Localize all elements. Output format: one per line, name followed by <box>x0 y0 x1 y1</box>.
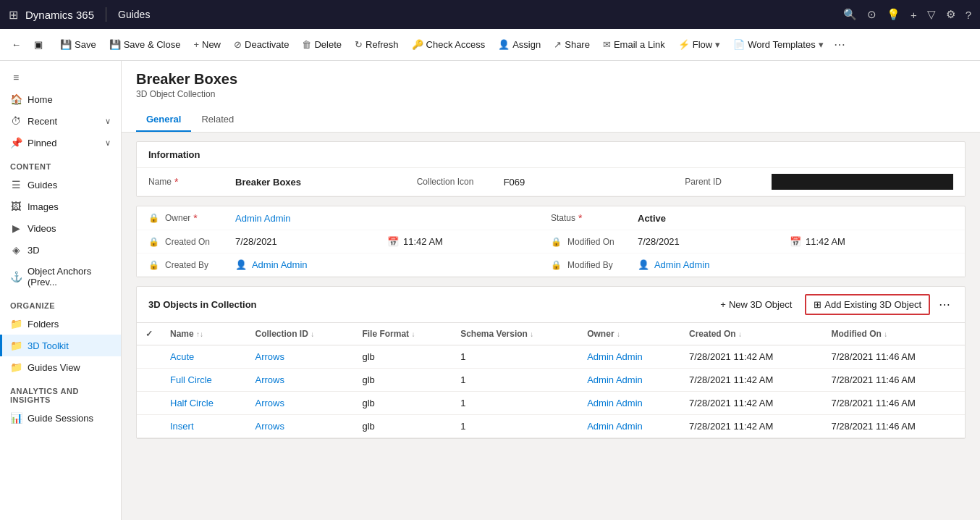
system-fields-section: 🔒 Owner * Admin Admin Status * Active <box>136 206 966 277</box>
owner-value[interactable]: Admin Admin <box>235 213 551 224</box>
sidebar-hamburger[interactable]: ≡ <box>0 67 121 88</box>
back-button[interactable]: ← <box>6 36 27 53</box>
row-check[interactable] <box>137 415 161 438</box>
guide-sessions-icon: 📊 <box>10 412 22 424</box>
col-created-on[interactable]: Created On ↓ <box>680 323 822 345</box>
more-options-button[interactable]: ⋯ <box>831 35 848 54</box>
created-on-calendar-icon[interactable]: 📅 <box>387 236 399 247</box>
filter-icon[interactable]: ▽ <box>927 8 936 21</box>
row-file-format: glb <box>353 369 452 392</box>
sidebar: ≡ 🏠 Home ⏱ Recent ∨ 📌 Pinned ∨ Content ☰… <box>0 61 122 520</box>
page-icon-button[interactable]: ▣ <box>28 36 48 53</box>
col-collection-id[interactable]: Collection ID ↓ <box>247 323 354 345</box>
module-label: Guides <box>118 9 150 20</box>
email-link-button[interactable]: ✉ Email a Link <box>597 36 671 53</box>
sidebar-item-home[interactable]: 🏠 Home <box>0 88 121 110</box>
row-check[interactable] <box>137 345 161 369</box>
new-button[interactable]: + New <box>187 36 227 53</box>
search-icon[interactable]: 🔍 <box>843 8 857 21</box>
row-collection-id[interactable]: Arrows <box>247 415 354 438</box>
created-by-value[interactable]: 👤 Admin Admin <box>235 259 551 270</box>
topbar-separator <box>106 7 106 22</box>
sidebar-item-guide-sessions[interactable]: 📊 Guide Sessions <box>0 407 121 429</box>
row-check[interactable] <box>137 392 161 415</box>
new-3d-object-button[interactable]: + New 3D Object <box>713 295 799 314</box>
col-file-format[interactable]: File Format ↓ <box>353 323 452 345</box>
sidebar-item-3d[interactable]: ◈ 3D <box>0 239 121 261</box>
sidebar-item-folders[interactable]: 📁 Folders <box>0 313 121 335</box>
row-name[interactable]: Full Circle <box>161 369 247 392</box>
row-file-format: glb <box>353 415 452 438</box>
delete-button[interactable]: 🗑 Delete <box>296 36 347 53</box>
name-row: Name * Breaker Boxes Collection Icon F06… <box>137 168 965 196</box>
sidebar-item-object-anchors[interactable]: ⚓ Object Anchors (Prev... <box>0 261 121 293</box>
form-body: Information Name * Breaker Boxes Collect… <box>122 133 980 456</box>
row-created-on: 7/28/2021 11:42 AM <box>680 392 822 415</box>
row-owner[interactable]: Admin Admin <box>578 392 680 415</box>
row-file-format: glb <box>353 392 452 415</box>
save-icon: 💾 <box>60 39 72 50</box>
row-collection-id[interactable]: Arrows <box>247 345 354 369</box>
row-owner[interactable]: Admin Admin <box>578 369 680 392</box>
col-schema-version[interactable]: Schema Version ↓ <box>452 323 578 345</box>
col-modified-on[interactable]: Modified On ↓ <box>822 323 965 345</box>
row-check[interactable] <box>137 369 161 392</box>
col-name[interactable]: Name ↑↓ <box>161 323 247 345</box>
parent-id-label: Parent ID <box>685 177 772 187</box>
information-section-title: Information <box>137 142 965 168</box>
email-icon: ✉ <box>603 39 611 50</box>
col-owner[interactable]: Owner ↓ <box>578 323 680 345</box>
record-tabs: General Related <box>136 108 966 132</box>
sidebar-item-3d-toolkit[interactable]: 📁 3D Toolkit <box>0 335 121 356</box>
row-name[interactable]: Half Circle <box>161 392 247 415</box>
row-name[interactable]: Insert <box>161 415 247 438</box>
table-row: Half Circle Arrows glb 1 Admin Admin 7/2… <box>137 392 965 415</box>
apps-icon[interactable]: ⊞ <box>9 8 18 22</box>
home-icon: 🏠 <box>10 93 22 105</box>
assign-button[interactable]: 👤 Assign <box>492 36 546 53</box>
row-name[interactable]: Acute <box>161 345 247 369</box>
tab-general[interactable]: General <box>136 108 191 132</box>
help-icon[interactable]: ? <box>966 9 971 21</box>
deactivate-button[interactable]: ⊘ Deactivate <box>228 36 295 53</box>
row-owner[interactable]: Admin Admin <box>578 415 680 438</box>
share-button[interactable]: ↗ Share <box>548 36 596 53</box>
add-icon[interactable]: + <box>911 9 917 21</box>
refresh-button[interactable]: ↻ Refresh <box>349 36 405 53</box>
col-check[interactable]: ✓ <box>137 323 161 345</box>
check-access-button[interactable]: 🔑 Check Access <box>406 36 491 53</box>
tab-related[interactable]: Related <box>191 108 244 132</box>
sidebar-item-videos[interactable]: ▶ Videos <box>0 217 121 239</box>
row-owner[interactable]: Admin Admin <box>578 345 680 369</box>
add-existing-3d-object-button[interactable]: ⊞ Add Existing 3D Object <box>805 294 930 315</box>
save-close-button[interactable]: 💾 Save & Close <box>104 36 187 53</box>
3d-objects-header: 3D Objects in Collection + New 3D Object… <box>137 287 965 323</box>
3d-objects-table-container: ✓ Name ↑↓ Collection ID ↓ File Format ↓ … <box>137 323 965 438</box>
modified-by-value[interactable]: 👤 Admin Admin <box>638 259 953 270</box>
row-collection-id[interactable]: Arrows <box>247 369 354 392</box>
toolkit-icon: 📁 <box>10 340 22 351</box>
word-templates-button[interactable]: 📄 Word Templates ▾ <box>727 36 829 53</box>
deactivate-icon: ⊘ <box>234 39 242 50</box>
3d-icon: ◈ <box>10 244 22 256</box>
modified-on-date: 7/28/2021 <box>638 236 785 247</box>
organize-section-label: Organize <box>0 293 121 313</box>
sidebar-item-guides[interactable]: ☰ Guides <box>0 174 121 196</box>
row-created-on: 7/28/2021 11:42 AM <box>680 415 822 438</box>
sidebar-item-images[interactable]: 🖼 Images <box>0 196 121 217</box>
modified-on-calendar-icon[interactable]: 📅 <box>790 236 801 247</box>
row-collection-id[interactable]: Arrows <box>247 392 354 415</box>
delete-icon: 🗑 <box>302 39 311 50</box>
sidebar-item-pinned[interactable]: 📌 Pinned ∨ <box>0 132 121 154</box>
flow-button[interactable]: ⚡ Flow ▾ <box>672 36 726 53</box>
status-col: Status * Active <box>551 212 953 224</box>
idea-icon[interactable]: 💡 <box>887 8 900 21</box>
new-icon: + <box>193 39 199 50</box>
status-icon[interactable]: ⊙ <box>867 8 876 21</box>
name-col: Name * Breaker Boxes <box>148 176 417 188</box>
sidebar-item-recent[interactable]: ⏱ Recent ∨ <box>0 110 121 132</box>
save-button[interactable]: 💾 Save <box>54 36 102 53</box>
settings-icon[interactable]: ⚙ <box>946 8 955 21</box>
objects-more-icon[interactable]: ⋯ <box>936 295 953 314</box>
sidebar-item-guides-view[interactable]: 📁 Guides View <box>0 356 121 378</box>
